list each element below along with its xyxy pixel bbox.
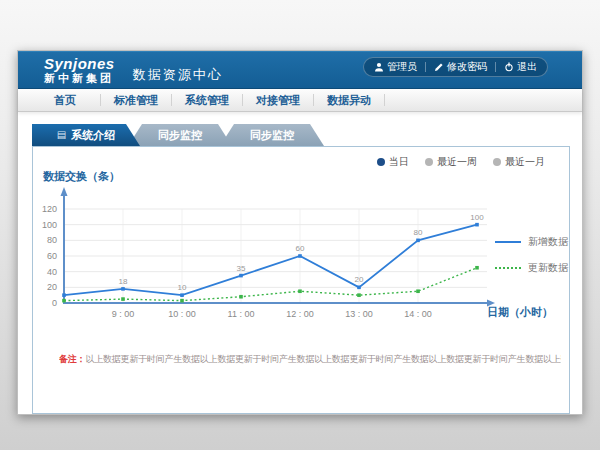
footnote-prefix: 备注： bbox=[59, 354, 85, 364]
svg-text:100: 100 bbox=[470, 213, 484, 222]
app-window: Synjones 新中新集团 数据资源中心 管理员 修改密码 bbox=[17, 50, 583, 415]
radio-dot bbox=[425, 158, 433, 166]
logout-label: 退出 bbox=[517, 60, 537, 74]
svg-text:80: 80 bbox=[47, 235, 57, 245]
svg-text:0: 0 bbox=[52, 298, 57, 308]
radio-dot bbox=[377, 158, 385, 166]
svg-text:9 : 00: 9 : 00 bbox=[112, 309, 135, 319]
divider bbox=[425, 62, 426, 72]
svg-text:10 : 00: 10 : 00 bbox=[168, 309, 196, 319]
nav-item-data-change[interactable]: 数据异动 bbox=[314, 93, 384, 108]
svg-text:12 : 00: 12 : 00 bbox=[286, 309, 314, 319]
svg-text:60: 60 bbox=[296, 244, 305, 253]
x-axis-title: 日期（小时） bbox=[487, 305, 553, 320]
svg-text:10: 10 bbox=[178, 283, 187, 292]
divider bbox=[495, 62, 496, 72]
document-icon: ▤ bbox=[57, 130, 66, 140]
main-nav: 首页 标准管理 系统管理 对接管理 数据异动 bbox=[18, 89, 582, 112]
legend-item-new-data: 新增数据 bbox=[495, 235, 568, 249]
nav-item-standard-mgmt[interactable]: 标准管理 bbox=[101, 93, 171, 108]
tab-label: 系统介绍 bbox=[71, 128, 115, 143]
edit-icon bbox=[434, 62, 444, 72]
radio-today[interactable]: 当日 bbox=[377, 155, 409, 169]
tab-sync-monitor-1[interactable]: 同步监控 bbox=[128, 124, 232, 146]
svg-text:80: 80 bbox=[414, 228, 423, 237]
user-icon bbox=[374, 62, 384, 72]
footnote: 备注：以上数据更新于时间产生数据以上数据更新于时间产生数据以上数据更新于时间产生… bbox=[59, 353, 561, 366]
change-password-label: 修改密码 bbox=[447, 60, 487, 74]
svg-text:100: 100 bbox=[42, 220, 57, 230]
user-name: 管理员 bbox=[387, 60, 417, 74]
nav-item-system-mgmt[interactable]: 系统管理 bbox=[172, 93, 242, 108]
radio-last-month[interactable]: 最近一月 bbox=[493, 155, 545, 169]
tab-label: 同步监控 bbox=[158, 128, 202, 143]
current-user-button[interactable]: 管理员 bbox=[374, 60, 417, 74]
svg-text:13 : 00: 13 : 00 bbox=[345, 309, 373, 319]
page-title: 数据资源中心 bbox=[133, 66, 223, 84]
radio-last-week[interactable]: 最近一周 bbox=[425, 155, 477, 169]
tab-label: 同步监控 bbox=[250, 128, 294, 143]
logout-button[interactable]: 退出 bbox=[504, 60, 537, 74]
divider bbox=[384, 94, 385, 106]
y-axis-title: 数据交换（条） bbox=[43, 169, 120, 184]
svg-text:18: 18 bbox=[119, 277, 128, 286]
app-header: Synjones 新中新集团 数据资源中心 管理员 修改密码 bbox=[18, 51, 582, 89]
nav-item-home[interactable]: 首页 bbox=[30, 93, 100, 108]
radio-label: 当日 bbox=[389, 155, 409, 169]
nav-item-interface-mgmt[interactable]: 对接管理 bbox=[243, 93, 313, 108]
tab-system-intro[interactable]: ▤ 系统介绍 bbox=[32, 124, 140, 146]
user-toolbar: 管理员 修改密码 退出 bbox=[363, 57, 548, 77]
svg-text:11 : 00: 11 : 00 bbox=[228, 309, 255, 319]
time-range-filter: 当日 最近一周 最近一月 bbox=[377, 155, 545, 169]
power-icon bbox=[504, 62, 514, 72]
logo-subtitle: 新中新集团 bbox=[44, 73, 115, 84]
logo-wordmark: Synjones bbox=[44, 56, 115, 71]
content-panel: 当日 最近一周 最近一月 数据交换（条） 9 : 0010 : 0011 : 0… bbox=[32, 146, 570, 414]
radio-dot bbox=[493, 158, 501, 166]
change-password-button[interactable]: 修改密码 bbox=[434, 60, 487, 74]
svg-text:60: 60 bbox=[47, 251, 57, 261]
tab-sync-monitor-2[interactable]: 同步监控 bbox=[220, 124, 324, 146]
svg-text:40: 40 bbox=[47, 267, 57, 277]
svg-text:20: 20 bbox=[47, 282, 57, 292]
svg-text:35: 35 bbox=[237, 264, 246, 273]
footnote-text: 以上数据更新于时间产生数据以上数据更新于时间产生数据以上数据更新于时间产生数据以… bbox=[85, 354, 561, 364]
legend-line-solid bbox=[495, 241, 521, 243]
svg-text:120: 120 bbox=[42, 204, 57, 214]
legend-line-dotted bbox=[495, 267, 521, 269]
legend-label: 更新数据 bbox=[528, 261, 568, 275]
legend-item-updated-data: 更新数据 bbox=[495, 261, 568, 275]
svg-text:14 : 00: 14 : 00 bbox=[404, 309, 432, 319]
company-logo: Synjones 新中新集团 bbox=[44, 56, 115, 84]
legend-label: 新增数据 bbox=[528, 235, 568, 249]
chart-area: 9 : 0010 : 0011 : 0012 : 0013 : 0014 : 0… bbox=[35, 185, 569, 337]
svg-text:20: 20 bbox=[355, 275, 364, 284]
chart-legend: 新增数据 更新数据 bbox=[495, 235, 568, 275]
tab-bar: ▤ 系统介绍 同步监控 同步监控 bbox=[32, 124, 582, 146]
radio-label: 最近一月 bbox=[505, 155, 545, 169]
radio-label: 最近一周 bbox=[437, 155, 477, 169]
